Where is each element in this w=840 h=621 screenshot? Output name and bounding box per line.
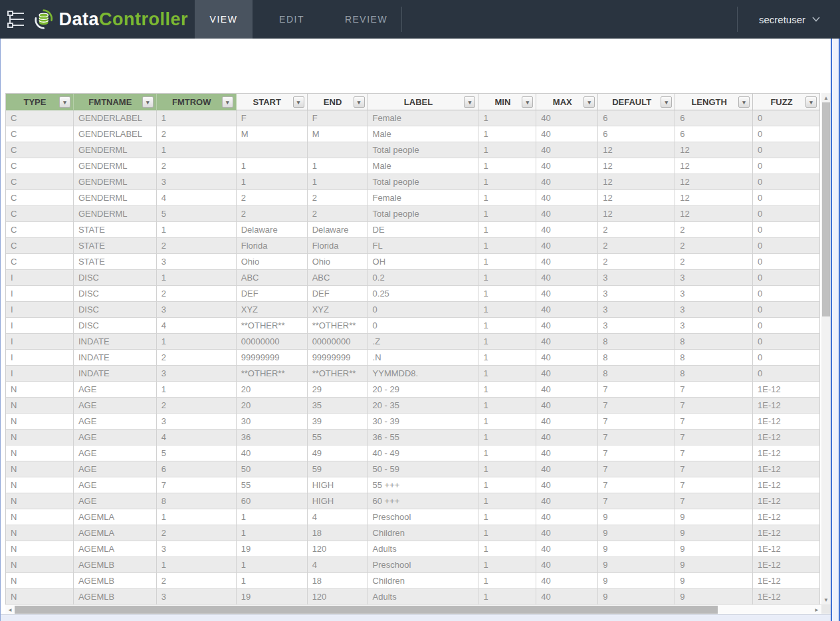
table-cell[interactable]: AGEMLA: [74, 541, 157, 557]
table-cell[interactable]: INDATE: [74, 350, 157, 366]
table-cell[interactable]: 9: [598, 541, 675, 557]
table-cell[interactable]: 0.25: [368, 286, 479, 302]
table-cell[interactable]: 40: [536, 110, 598, 126]
table-cell[interactable]: 1: [237, 557, 308, 573]
table-cell[interactable]: XYZ: [237, 302, 308, 318]
table-cell[interactable]: AGE: [74, 477, 157, 493]
table-cell[interactable]: 1E-12: [753, 461, 820, 477]
table-cell[interactable]: 9: [675, 557, 753, 573]
table-cell[interactable]: I: [6, 366, 74, 382]
table-cell[interactable]: 12: [675, 158, 753, 174]
column-header-default[interactable]: DEFAULT▾: [598, 94, 675, 110]
table-cell[interactable]: 7: [598, 461, 675, 477]
table-cell[interactable]: N: [6, 398, 74, 414]
table-cell[interactable]: 7: [675, 445, 753, 461]
table-cell[interactable]: C: [6, 206, 74, 222]
table-cell[interactable]: C: [6, 190, 74, 206]
table-cell[interactable]: Delaware: [308, 222, 368, 238]
table-cell[interactable]: 3: [598, 270, 675, 286]
table-cell[interactable]: 1E-12: [753, 493, 820, 509]
table-cell[interactable]: 3: [157, 366, 237, 382]
table-cell[interactable]: Children: [368, 525, 479, 541]
table-cell[interactable]: 4: [157, 190, 237, 206]
table-cell[interactable]: 55 +++: [368, 477, 479, 493]
table-cell[interactable]: Total people: [368, 206, 479, 222]
table-cell[interactable]: 1: [237, 509, 308, 525]
table-cell[interactable]: 8: [157, 493, 237, 509]
table-cell[interactable]: 1: [478, 158, 536, 174]
table-cell[interactable]: 1: [478, 461, 536, 477]
table-cell[interactable]: GENDERML: [74, 158, 157, 174]
table-cell[interactable]: 40 - 49: [368, 445, 479, 461]
table-cell[interactable]: 1: [478, 509, 536, 525]
table-cell[interactable]: 19: [237, 541, 308, 557]
table-cell[interactable]: 4: [308, 509, 368, 525]
table-cell[interactable]: 2: [157, 158, 237, 174]
table-cell[interactable]: 20 - 35: [368, 398, 479, 414]
table-cell[interactable]: 40: [536, 382, 598, 398]
table-cell[interactable]: 1E-12: [753, 557, 820, 573]
table-cell[interactable]: 2: [308, 206, 368, 222]
table-cell[interactable]: 1: [478, 573, 536, 589]
table-cell[interactable]: XYZ: [308, 302, 368, 318]
table-cell[interactable]: 9: [675, 573, 753, 589]
horizontal-scroll-thumb[interactable]: [15, 606, 718, 614]
table-cell[interactable]: DISC: [74, 270, 157, 286]
table-cell[interactable]: 8: [675, 350, 753, 366]
table-cell[interactable]: 1: [237, 573, 308, 589]
table-cell[interactable]: 40: [536, 334, 598, 350]
table-cell[interactable]: GENDERLABEL: [74, 126, 157, 142]
table-cell[interactable]: **OTHER**: [237, 318, 308, 334]
table-cell[interactable]: 18: [308, 573, 368, 589]
table-cell[interactable]: I: [6, 302, 74, 318]
table-cell[interactable]: F: [308, 110, 368, 126]
table-cell[interactable]: 40: [237, 445, 308, 461]
table-cell[interactable]: Adults: [368, 541, 479, 557]
table-cell[interactable]: 8: [598, 366, 675, 382]
table-cell[interactable]: 3: [157, 254, 237, 270]
table-cell[interactable]: 9: [598, 509, 675, 525]
table-cell[interactable]: 40: [536, 493, 598, 509]
table-cell[interactable]: 1: [478, 541, 536, 557]
table-cell[interactable]: I: [6, 286, 74, 302]
column-header-start[interactable]: START▾: [237, 94, 308, 110]
table-cell[interactable]: 12: [675, 174, 753, 190]
table-cell[interactable]: 12: [598, 174, 675, 190]
table-cell[interactable]: 4: [157, 318, 237, 334]
filter-button[interactable]: ▾: [222, 96, 233, 108]
table-cell[interactable]: 30 - 39: [368, 414, 479, 430]
column-header-min[interactable]: MIN▾: [478, 94, 536, 110]
table-cell[interactable]: N: [6, 430, 74, 445]
table-cell[interactable]: 8: [598, 334, 675, 350]
table-cell[interactable]: OH: [368, 254, 479, 270]
table-cell[interactable]: C: [6, 238, 74, 254]
table-cell[interactable]: AGEMLB: [74, 557, 157, 573]
table-cell[interactable]: C: [6, 158, 74, 174]
table-cell[interactable]: 1E-12: [753, 445, 820, 461]
table-cell[interactable]: 1: [478, 350, 536, 366]
table-cell[interactable]: ABC: [308, 270, 368, 286]
table-cell[interactable]: AGEMLB: [74, 589, 157, 604]
table-cell[interactable]: 1E-12: [753, 414, 820, 430]
table-cell[interactable]: 20 - 29: [368, 382, 479, 398]
table-cell[interactable]: 55: [237, 477, 308, 493]
table-cell[interactable]: AGE: [74, 445, 157, 461]
table-cell[interactable]: 7: [157, 477, 237, 493]
table-cell[interactable]: 59: [308, 461, 368, 477]
table-cell[interactable]: 3: [157, 414, 237, 430]
table-cell[interactable]: AGEMLB: [74, 573, 157, 589]
table-cell[interactable]: Male: [368, 126, 479, 142]
table-cell[interactable]: 55: [308, 430, 368, 445]
table-cell[interactable]: Delaware: [237, 222, 308, 238]
table-cell[interactable]: Preschool: [368, 509, 479, 525]
table-cell[interactable]: 1: [478, 126, 536, 142]
table-cell[interactable]: C: [6, 254, 74, 270]
column-header-label[interactable]: LABEL▾: [368, 94, 479, 110]
table-cell[interactable]: GENDERML: [74, 206, 157, 222]
table-cell[interactable]: 40: [536, 445, 598, 461]
table-cell[interactable]: 7: [675, 414, 753, 430]
table-cell[interactable]: 1: [478, 302, 536, 318]
column-header-fuzz[interactable]: FUZZ▾: [753, 94, 820, 110]
table-cell[interactable]: 7: [598, 398, 675, 414]
table-cell[interactable]: 1: [478, 430, 536, 445]
